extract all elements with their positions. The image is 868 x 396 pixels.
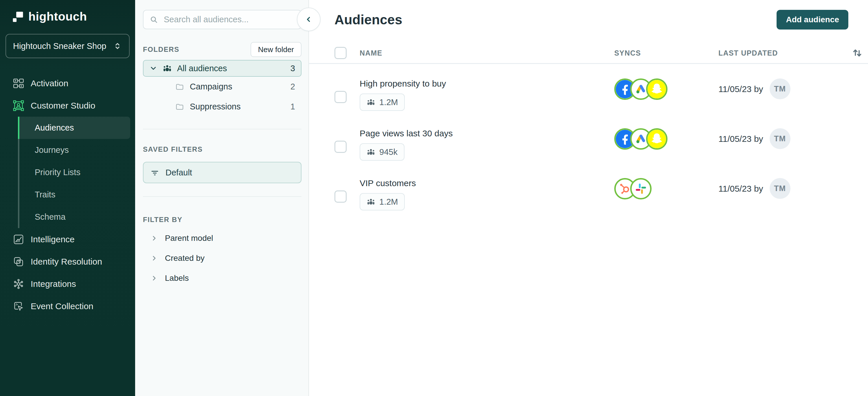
column-header-name: NAME xyxy=(360,49,614,57)
sort-icon[interactable] xyxy=(851,47,863,59)
add-audience-button[interactable]: Add audience xyxy=(777,10,848,30)
folder-count: 1 xyxy=(290,102,295,112)
search-box xyxy=(143,10,302,29)
audience-people-icon xyxy=(367,148,375,156)
sync-destinations xyxy=(614,178,718,200)
hightouch-logo-icon xyxy=(12,11,24,23)
audience-size: 1.2M xyxy=(379,97,398,107)
identity-resolution-icon xyxy=(13,256,24,268)
sidebar-item-label: Intelligence xyxy=(31,235,75,244)
sub-item-label: Schema xyxy=(35,212,65,222)
search-input[interactable] xyxy=(164,15,295,24)
audience-size-badge: 945k xyxy=(360,143,404,161)
customer-studio-icon xyxy=(13,100,24,112)
row-checkbox[interactable] xyxy=(335,141,347,153)
folder-count: 3 xyxy=(290,64,295,73)
activation-icon xyxy=(13,78,24,89)
sidebar-item-customer-studio[interactable]: Customer Studio xyxy=(0,94,135,117)
folder-label: Campaigns xyxy=(190,82,232,91)
main-header: Audiences Add audience xyxy=(335,10,863,30)
chevron-down-icon[interactable] xyxy=(149,64,157,72)
app-window: hightouch Hightouch Sneaker Shop Activat… xyxy=(0,0,868,396)
sidebar-item-traits[interactable]: Traits xyxy=(18,184,130,206)
logo-text: hightouch xyxy=(28,10,87,24)
audience-name-link[interactable]: Page views last 30 days xyxy=(360,128,453,139)
row-checkbox[interactable] xyxy=(335,91,347,103)
chevron-left-icon xyxy=(304,15,313,24)
last-updated-date: 11/05/23 by xyxy=(718,79,763,100)
snapchat-icon[interactable] xyxy=(646,79,668,100)
saved-filter-default[interactable]: Default xyxy=(143,162,302,183)
filter-created-by[interactable]: Created by xyxy=(143,248,302,268)
column-header-syncs: SYNCS xyxy=(614,49,718,57)
collapse-panel-button[interactable] xyxy=(297,7,320,31)
sidebar-item-audiences[interactable]: Audiences xyxy=(18,117,130,139)
sync-destinations xyxy=(614,79,718,100)
folder-icon xyxy=(175,102,184,111)
table-header: NAME SYNCS LAST UPDATED xyxy=(309,47,868,64)
chevron-right-icon xyxy=(151,274,158,282)
sidebar-item-event-collection[interactable]: Event Collection xyxy=(0,295,135,317)
audience-name-link[interactable]: High propensity to buy xyxy=(360,79,446,89)
snapchat-icon[interactable] xyxy=(646,128,668,150)
main-content: Audiences Add audience NAME SYNCS LAST U… xyxy=(309,0,868,396)
sidebar: hightouch Hightouch Sneaker Shop Activat… xyxy=(0,0,135,396)
folder-count: 2 xyxy=(290,82,295,91)
page-title: Audiences xyxy=(335,12,402,28)
slack-icon[interactable] xyxy=(630,178,652,200)
intelligence-icon xyxy=(13,234,24,245)
audience-size: 1.2M xyxy=(379,197,398,207)
panel-divider xyxy=(143,129,302,129)
integrations-icon xyxy=(13,278,24,290)
sidebar-item-label: Identity Resolution xyxy=(31,257,102,267)
sidebar-item-journeys[interactable]: Journeys xyxy=(18,139,130,161)
sidebar-item-priority-lists[interactable]: Priority Lists xyxy=(18,161,130,184)
new-folder-button[interactable]: New folder xyxy=(251,42,302,57)
filter-by-section-head: FILTER BY xyxy=(143,215,302,224)
audience-size-badge: 1.2M xyxy=(360,193,405,210)
audience-size-badge: 1.2M xyxy=(360,93,405,111)
workspace-name: Hightouch Sneaker Shop xyxy=(13,41,113,51)
sidebar-item-label: Event Collection xyxy=(31,301,93,311)
chevron-right-icon xyxy=(151,254,158,262)
sidebar-item-label: Integrations xyxy=(31,279,76,289)
audience-name-link[interactable]: VIP customers xyxy=(360,178,416,188)
workspace-selector[interactable]: Hightouch Sneaker Shop xyxy=(5,34,130,58)
folders-header: FOLDERS xyxy=(143,45,179,54)
saved-filter-label: Default xyxy=(165,168,192,178)
sidebar-item-label: Activation xyxy=(31,79,68,88)
last-updated-date: 11/05/23 by xyxy=(718,128,763,150)
audience-people-icon xyxy=(367,98,375,106)
last-updated-cell: 11/05/23 by TM xyxy=(718,79,863,100)
last-updated-cell: 11/05/23 by TM xyxy=(718,178,863,200)
table-row: High propensity to buy 1.2M xyxy=(335,64,863,111)
row-checkbox[interactable] xyxy=(335,190,347,203)
sidebar-item-integrations[interactable]: Integrations xyxy=(0,273,135,295)
folder-campaigns[interactable]: Campaigns 2 xyxy=(143,77,302,97)
folder-label: All audiences xyxy=(177,64,227,73)
last-updated-date: 11/05/23 by xyxy=(718,178,763,200)
sidebar-item-schema[interactable]: Schema xyxy=(18,206,130,228)
filter-by-label: Created by xyxy=(165,253,205,263)
sidebar-item-intelligence[interactable]: Intelligence xyxy=(0,228,135,250)
sidebar-item-identity-resolution[interactable]: Identity Resolution xyxy=(0,250,135,273)
brand-logo: hightouch xyxy=(0,0,135,24)
audience-size: 945k xyxy=(379,147,398,157)
event-collection-icon xyxy=(13,301,24,312)
filter-labels[interactable]: Labels xyxy=(143,268,302,288)
sidebar-item-activation[interactable]: Activation xyxy=(0,72,135,94)
filter-by-header: FILTER BY xyxy=(143,216,183,224)
select-all-checkbox[interactable] xyxy=(335,47,347,59)
search-icon xyxy=(149,15,159,24)
filter-parent-model[interactable]: Parent model xyxy=(143,228,302,248)
sub-item-label: Priority Lists xyxy=(35,167,81,177)
avatar[interactable]: TM xyxy=(770,178,790,199)
filter-by-label: Labels xyxy=(165,274,189,283)
folder-icon xyxy=(175,83,184,91)
audience-people-icon xyxy=(163,64,172,73)
panel-divider xyxy=(143,196,302,197)
avatar[interactable]: TM xyxy=(770,79,790,99)
folder-all-audiences[interactable]: All audiences 3 xyxy=(143,60,302,77)
folder-suppressions[interactable]: Suppressions 1 xyxy=(143,97,302,117)
avatar[interactable]: TM xyxy=(770,128,790,149)
